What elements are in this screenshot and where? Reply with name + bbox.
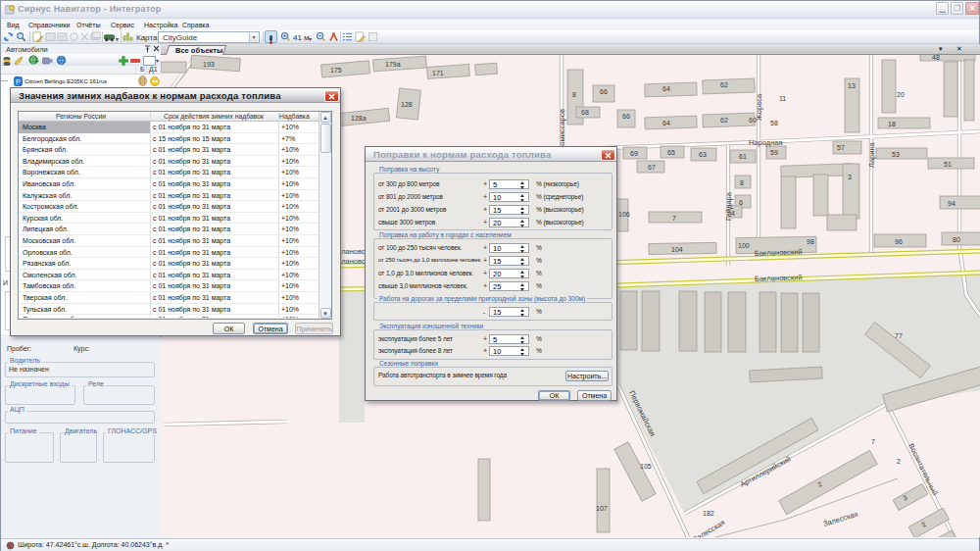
svg-text:64: 64: [662, 120, 670, 126]
svg-text:193: 193: [203, 61, 215, 68]
svg-text:2: 2: [897, 458, 901, 465]
svg-text:Гайдара: Гайдара: [724, 191, 733, 221]
svg-text:66: 66: [600, 88, 608, 95]
svg-text:128а: 128а: [351, 115, 367, 122]
svg-text:7: 7: [672, 215, 676, 222]
svg-text:57: 57: [837, 144, 845, 151]
svg-text:100: 100: [738, 242, 750, 249]
svg-text:68: 68: [581, 109, 589, 116]
svg-text:182: 182: [703, 510, 714, 517]
svg-text:Жореса: Жореса: [755, 93, 763, 121]
svg-text:Ларина: Ларина: [867, 141, 876, 168]
svg-text:53: 53: [892, 151, 900, 158]
svg-text:171: 171: [432, 70, 444, 76]
svg-text:13: 13: [848, 82, 856, 89]
svg-text:105: 105: [640, 463, 652, 470]
svg-text:11: 11: [779, 95, 786, 102]
svg-text:104: 104: [671, 246, 683, 253]
svg-text:67: 67: [648, 164, 656, 171]
svg-text:94: 94: [948, 200, 956, 207]
svg-text:Комиссаров: Комиссаров: [558, 109, 566, 150]
svg-text:61: 61: [739, 153, 747, 160]
svg-text:175: 175: [330, 67, 342, 74]
svg-text:106: 106: [618, 211, 630, 218]
svg-text:179а: 179а: [385, 61, 401, 68]
svg-text:P: P: [16, 78, 21, 85]
svg-text:96: 96: [895, 238, 903, 245]
svg-text:7: 7: [871, 438, 875, 445]
svg-text:63: 63: [699, 151, 707, 158]
svg-text:58: 58: [770, 120, 778, 126]
svg-text:66: 66: [622, 113, 630, 120]
svg-text:Баклановский: Баклановский: [755, 247, 803, 258]
svg-text:59: 59: [770, 149, 778, 156]
svg-text:8: 8: [740, 179, 744, 186]
svg-text:18: 18: [888, 121, 896, 127]
svg-text:20: 20: [897, 91, 905, 98]
svg-text:80: 80: [953, 236, 960, 243]
svg-text:128: 128: [401, 101, 413, 108]
svg-text:65: 65: [667, 149, 675, 156]
svg-text:98: 98: [807, 238, 814, 245]
svg-text:69: 69: [630, 150, 638, 157]
svg-text:51: 51: [944, 161, 952, 168]
svg-text:3: 3: [848, 174, 852, 180]
svg-text:64: 64: [662, 85, 670, 92]
svg-text:48: 48: [932, 55, 940, 61]
svg-text:62: 62: [720, 81, 728, 88]
svg-text:8: 8: [572, 91, 576, 98]
svg-text:Народная: Народная: [749, 138, 783, 147]
svg-text:62: 62: [720, 117, 728, 124]
svg-text:107: 107: [596, 505, 608, 512]
svg-text:Баклановский: Баклановский: [755, 273, 803, 283]
svg-text:6: 6: [739, 199, 743, 206]
svg-text:77: 77: [895, 332, 903, 339]
